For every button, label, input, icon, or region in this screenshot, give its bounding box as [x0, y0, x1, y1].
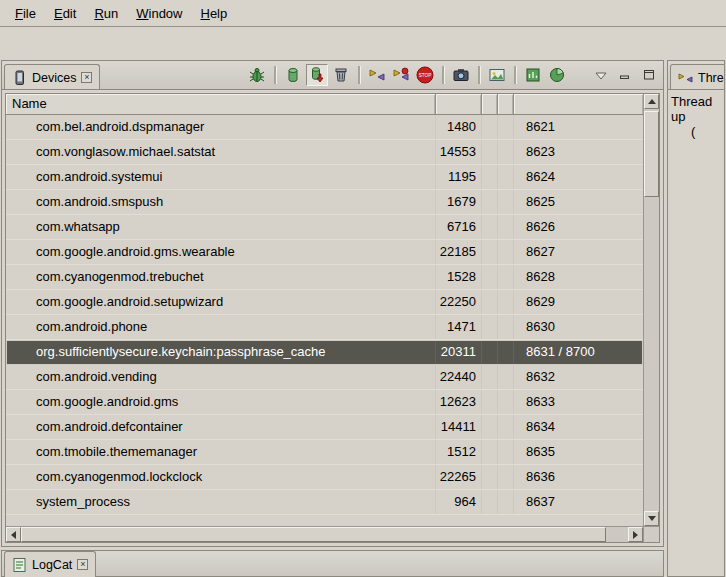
- debug-process-icon[interactable]: [246, 64, 268, 86]
- close-icon[interactable]: ×: [81, 72, 92, 83]
- process-name: com.google.android.gms: [6, 390, 436, 414]
- tab-logcat[interactable]: LogCat ×: [4, 551, 96, 577]
- cause-gc-icon[interactable]: [330, 64, 352, 86]
- vertical-scroll-thumb[interactable]: [644, 111, 659, 197]
- maximize-icon[interactable]: [638, 64, 660, 86]
- process-pid: 22250: [436, 290, 482, 314]
- process-port: 8626: [514, 215, 643, 239]
- row-spacer-2: [498, 190, 514, 214]
- table-row[interactable]: com.vonglasow.michael.satstat 14553 8623: [6, 140, 643, 165]
- horizontal-scroll-track[interactable]: [21, 527, 628, 542]
- scroll-right-icon[interactable]: [628, 527, 643, 542]
- row-spacer-2: [498, 315, 514, 339]
- logcat-view-strip: LogCat ×: [1, 550, 664, 577]
- threads-icon: [678, 71, 693, 85]
- toolbar-separator: [478, 66, 480, 84]
- process-port: 8633: [514, 390, 643, 414]
- menu-item[interactable]: Window: [127, 3, 191, 24]
- row-spacer-2: [498, 415, 514, 439]
- table-row[interactable]: com.google.android.setupwizard 22250 862…: [6, 290, 643, 315]
- menu-bar: FileEditRunWindowHelp: [0, 0, 726, 27]
- table-row[interactable]: com.cyanogenmod.lockclock 22265 8636: [6, 465, 643, 490]
- header-spacer-1[interactable]: [482, 94, 498, 115]
- tab-devices[interactable]: Devices ×: [4, 64, 100, 90]
- process-pid: 1528: [436, 265, 482, 289]
- threads-message-line1: Thread up: [671, 94, 722, 124]
- process-pid: 1679: [436, 190, 482, 214]
- tab-threads-label: Threa: [698, 71, 724, 85]
- device-icon: [12, 70, 27, 86]
- header-name[interactable]: Name: [6, 94, 436, 115]
- update-threads-icon[interactable]: [366, 64, 388, 86]
- table-row[interactable]: system_process 964 8637: [6, 490, 643, 515]
- table-row[interactable]: com.google.android.gms 12623 8633: [6, 390, 643, 415]
- dump-hprof-icon[interactable]: [306, 64, 328, 86]
- process-name: system_process: [6, 490, 436, 514]
- row-spacer-2: [498, 265, 514, 289]
- process-name: com.cyanogenmod.lockclock: [6, 465, 436, 489]
- table-row[interactable]: com.google.android.gms.wearable 22185 86…: [6, 240, 643, 265]
- tab-logcat-label: LogCat: [32, 558, 72, 572]
- device-table-body: com.bel.android.dspmanager 1480 8621 com…: [6, 115, 643, 526]
- row-spacer-2: [498, 490, 514, 514]
- scrollbar-corner: [643, 526, 659, 542]
- process-pid: 14553: [436, 140, 482, 164]
- table-row[interactable]: com.android.defcontainer 14411 8634: [6, 415, 643, 440]
- screen-capture-icon[interactable]: [450, 64, 472, 86]
- table-row[interactable]: com.bel.android.dspmanager 1480 8621: [6, 115, 643, 140]
- header-spacer-2[interactable]: [498, 94, 514, 115]
- menu-item[interactable]: File: [6, 3, 45, 24]
- row-spacer-2: [498, 465, 514, 489]
- sysinfo-pie-icon[interactable]: [546, 64, 568, 86]
- table-row[interactable]: com.whatsapp 6716 8626: [6, 215, 643, 240]
- svg-text:STOP: STOP: [419, 73, 431, 78]
- scroll-up-icon[interactable]: [644, 94, 659, 109]
- start-profiling-icon[interactable]: [390, 64, 412, 86]
- menu-item[interactable]: Run: [85, 3, 127, 24]
- sysinfo-capture-icon[interactable]: [522, 64, 544, 86]
- table-row[interactable]: com.android.vending 22440 8632: [6, 365, 643, 390]
- table-row[interactable]: org.sufficientlysecure.keychain:passphra…: [6, 340, 643, 365]
- table-row[interactable]: com.android.phone 1471 8630: [6, 315, 643, 340]
- row-spacer-2: [498, 240, 514, 264]
- table-row[interactable]: com.android.smspush 1679 8625: [6, 190, 643, 215]
- menu-item[interactable]: Edit: [45, 3, 85, 24]
- row-spacer-2: [498, 215, 514, 239]
- logcat-icon: [12, 557, 27, 573]
- row-spacer-1: [482, 265, 498, 289]
- header-pid[interactable]: [436, 94, 482, 115]
- update-heap-icon[interactable]: [282, 64, 304, 86]
- tab-devices-label: Devices: [32, 71, 76, 85]
- process-pid: 1195: [436, 165, 482, 189]
- device-table-main: Name com.bel.android.dspmanager 1480: [6, 94, 643, 526]
- devices-tabstrip: Devices ×: [2, 61, 663, 90]
- left-column: Devices ×: [1, 60, 664, 577]
- minimize-icon[interactable]: [614, 64, 636, 86]
- process-pid: 14411: [436, 415, 482, 439]
- close-icon[interactable]: ×: [77, 559, 88, 570]
- process-port: 8636: [514, 465, 643, 489]
- table-row[interactable]: com.cyanogenmod.trebuchet 1528 8628: [6, 265, 643, 290]
- row-spacer-1: [482, 340, 498, 364]
- horizontal-scroll-thumb[interactable]: [21, 527, 606, 542]
- row-spacer-1: [482, 190, 498, 214]
- row-spacer-2: [498, 290, 514, 314]
- stop-process-icon[interactable]: STOP: [414, 64, 436, 86]
- header-port[interactable]: [514, 94, 643, 115]
- row-spacer-1: [482, 215, 498, 239]
- table-row[interactable]: com.tmobile.thememanager 1512 8635: [6, 440, 643, 465]
- workbench-content: Devices ×: [0, 60, 726, 577]
- scroll-down-icon[interactable]: [644, 511, 659, 526]
- scroll-left-icon[interactable]: [6, 527, 21, 542]
- menu-item[interactable]: Help: [191, 3, 236, 24]
- vertical-scrollbar[interactable]: [643, 94, 659, 526]
- horizontal-scrollbar[interactable]: [6, 526, 643, 542]
- tab-threads[interactable]: Threa: [670, 64, 724, 90]
- screen-record-icon[interactable]: [486, 64, 508, 86]
- ddms-window: FileEditRunWindowHelp Devices ×: [0, 0, 726, 577]
- row-spacer-1: [482, 390, 498, 414]
- table-row[interactable]: com.android.systemui 1195 8624: [6, 165, 643, 190]
- row-spacer-1: [482, 465, 498, 489]
- view-menu-icon[interactable]: [590, 64, 612, 86]
- process-port: 8634: [514, 415, 643, 439]
